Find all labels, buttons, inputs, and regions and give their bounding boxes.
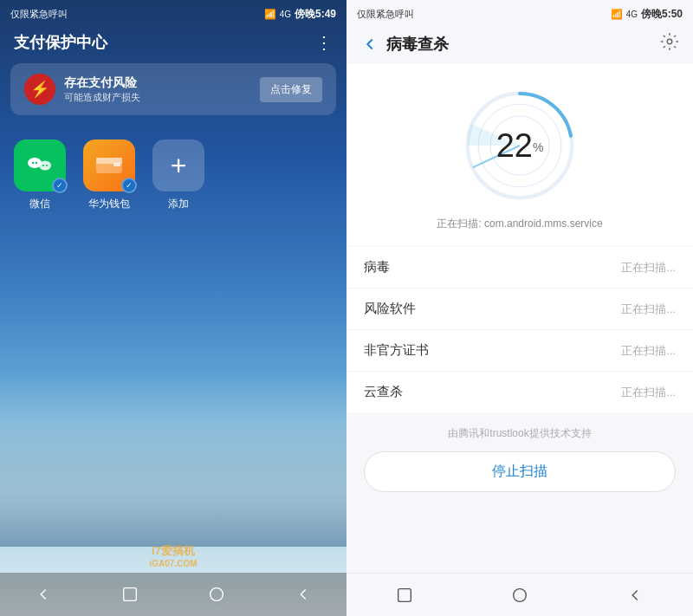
app-item-wechat[interactable]: ✓ 微信 xyxy=(14,139,66,211)
wallet-icon-wrapper: ✓ xyxy=(83,139,135,191)
svg-point-10 xyxy=(210,588,223,601)
settings-button[interactable] xyxy=(660,32,679,55)
left-content: ⚡ 存在支付风险 可能造成财产损失 点击修复 xyxy=(0,63,346,218)
cert-label: 非官方证书 xyxy=(364,342,429,359)
right-wifi-icon: 📶 xyxy=(611,9,623,20)
svg-point-11 xyxy=(667,39,672,44)
left-time: 傍晚5:49 xyxy=(295,7,336,22)
warning-text: 存在支付风险 可能造成财产损失 xyxy=(64,75,140,104)
svg-rect-8 xyxy=(113,163,120,166)
right-nav-square[interactable] xyxy=(387,578,422,613)
add-app-icon: + xyxy=(152,139,204,191)
app-grid: ✓ 微信 ✓ 华为钱包 xyxy=(10,133,336,218)
watermark-url: iGA07.COM xyxy=(149,559,197,568)
right-nav-back[interactable] xyxy=(618,578,652,613)
svg-point-4 xyxy=(42,165,44,166)
nav-chevron-button[interactable] xyxy=(286,577,321,612)
svg-point-2 xyxy=(32,162,34,164)
back-button[interactable] xyxy=(360,35,379,54)
right-panel: 仅限紧急呼叫 📶 4G 傍晚5:50 病毒查杀 xyxy=(346,0,693,616)
warning-sub: 可能造成财产损失 xyxy=(64,91,140,104)
watermark-text: i7爱搞机 xyxy=(149,543,197,559)
percent-symbol: % xyxy=(533,140,543,154)
stop-btn-container: 停止扫描 xyxy=(346,451,693,509)
support-text: 由腾讯和trustlook提供技术支持 xyxy=(346,412,693,451)
wallet-label: 华为钱包 xyxy=(88,197,130,211)
left-emergency-text: 仅限紧急呼叫 xyxy=(10,8,68,21)
progress-circle: 22% xyxy=(459,85,580,206)
right-bottom-nav xyxy=(346,573,693,616)
wechat-shield-badge: ✓ xyxy=(52,178,68,193)
nav-home-button[interactable] xyxy=(199,577,234,612)
nav-back-button[interactable] xyxy=(26,577,61,612)
wallet-shield-badge: ✓ xyxy=(121,178,137,193)
right-statusbar: 仅限紧急呼叫 📶 4G 傍晚5:50 xyxy=(346,0,693,25)
nav-square-button[interactable] xyxy=(113,577,147,612)
scan-status-text: 正在扫描: com.android.mms.service xyxy=(437,217,602,231)
right-nav-home[interactable] xyxy=(502,578,537,613)
title-left: 病毒查杀 xyxy=(360,34,449,55)
wechat-icon-wrapper: ✓ xyxy=(14,139,66,191)
scan-item-cloud: 云查杀 正在扫描... xyxy=(346,372,693,412)
scan-area: 22% 正在扫描: com.android.mms.service xyxy=(346,64,693,245)
right-signal-icon: 4G xyxy=(626,10,638,19)
right-titlebar: 病毒查杀 xyxy=(346,25,693,64)
scan-item-cert: 非官方证书 正在扫描... xyxy=(346,330,693,372)
progress-text: 22% xyxy=(496,129,544,162)
wifi-icon: 📶 xyxy=(264,9,276,20)
right-status-icons: 📶 4G 傍晚5:50 xyxy=(611,7,683,22)
fix-button[interactable]: 点击修复 xyxy=(260,77,322,102)
riskware-status: 正在扫描... xyxy=(621,302,676,317)
progress-number: 22 xyxy=(496,127,533,164)
svg-point-1 xyxy=(39,161,51,171)
add-icon-wrapper: + xyxy=(152,139,204,191)
app-item-wallet[interactable]: ✓ 华为钱包 xyxy=(83,139,135,211)
svg-point-3 xyxy=(36,162,37,164)
cloud-status: 正在扫描... xyxy=(621,385,676,400)
svg-point-19 xyxy=(514,588,527,601)
watermark: i7爱搞机 iGA07.COM xyxy=(149,543,197,568)
scan-items-list: 病毒 正在扫描... 风险软件 正在扫描... 非官方证书 正在扫描... 云查… xyxy=(346,247,693,412)
left-titlebar: 支付保护中心 ⋮ xyxy=(0,25,346,63)
warning-left: ⚡ 存在支付风险 可能造成财产损失 xyxy=(24,74,140,105)
warning-icon: ⚡ xyxy=(24,74,55,105)
add-label: 添加 xyxy=(168,197,189,211)
more-options-icon[interactable]: ⋮ xyxy=(315,32,333,53)
virus-status: 正在扫描... xyxy=(621,260,676,276)
svg-rect-9 xyxy=(124,588,137,601)
riskware-label: 风险软件 xyxy=(364,301,416,317)
left-title: 支付保护中心 xyxy=(14,32,107,53)
left-status-icons: 📶 4G 傍晚5:49 xyxy=(264,7,336,22)
wechat-label: 微信 xyxy=(29,197,50,211)
warning-card: ⚡ 存在支付风险 可能造成财产损失 点击修复 xyxy=(10,63,336,115)
stop-scan-button[interactable]: 停止扫描 xyxy=(364,451,676,492)
cert-status: 正在扫描... xyxy=(621,343,676,359)
right-title: 病毒查杀 xyxy=(386,34,449,55)
svg-rect-18 xyxy=(398,588,411,601)
left-bottom-nav xyxy=(0,573,346,616)
scan-item-riskware: 风险软件 正在扫描... xyxy=(346,289,693,330)
scan-item-virus: 病毒 正在扫描... xyxy=(346,247,693,289)
signal-icon: 4G xyxy=(280,10,291,19)
svg-point-5 xyxy=(46,165,48,166)
cloud-label: 云查杀 xyxy=(364,384,403,400)
app-item-add[interactable]: + 添加 xyxy=(152,139,204,211)
virus-label: 病毒 xyxy=(364,259,390,276)
right-time: 傍晚5:50 xyxy=(641,7,683,22)
warning-main: 存在支付风险 xyxy=(64,75,140,91)
left-panel: 仅限紧急呼叫 📶 4G 傍晚5:49 支付保护中心 ⋮ ⚡ 存在支付风险 可能造… xyxy=(0,0,346,616)
left-statusbar: 仅限紧急呼叫 📶 4G 傍晚5:49 xyxy=(0,0,346,25)
svg-rect-7 xyxy=(96,158,122,164)
right-emergency-text: 仅限紧急呼叫 xyxy=(357,8,414,21)
